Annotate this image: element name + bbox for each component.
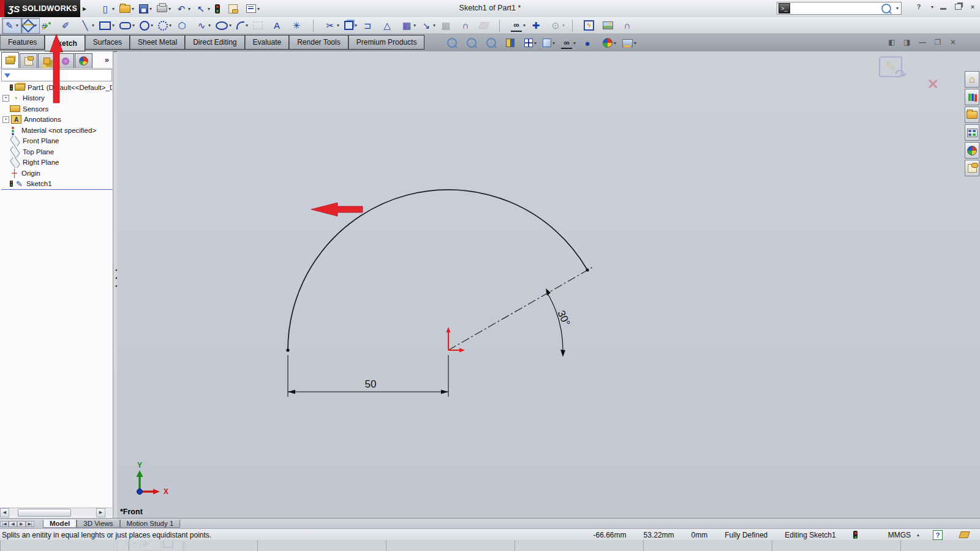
tree-item[interactable]: ┼ Origin bbox=[1, 168, 112, 179]
close-button[interactable]: × bbox=[968, 2, 978, 11]
solidworks-resources-button[interactable]: ⌂ bbox=[965, 71, 979, 88]
previous-view-button[interactable] bbox=[485, 38, 502, 48]
text-button[interactable]: A bbox=[270, 18, 289, 34]
view-orientation-button[interactable]: ▾ bbox=[523, 39, 539, 47]
separator[interactable] bbox=[495, 18, 509, 34]
dimxpertmanager-tab[interactable] bbox=[56, 53, 74, 68]
command-tab[interactable]: Evaluate bbox=[245, 35, 290, 50]
corner-rectangle-button[interactable]: ▾ bbox=[97, 18, 118, 34]
minimize-button[interactable] bbox=[938, 2, 948, 11]
tree-item-label[interactable]: Material <not specified> bbox=[21, 127, 96, 134]
expand-toggle[interactable] bbox=[2, 138, 8, 144]
panel-scrollbar[interactable]: ◀ ▶ bbox=[0, 508, 112, 517]
scroll-right-button[interactable]: ▶ bbox=[96, 508, 105, 517]
search-box[interactable]: >_ ▾ bbox=[777, 2, 902, 15]
circle-button[interactable]: ▾ bbox=[138, 18, 156, 34]
sketch-fillet-button[interactable]: ▾ bbox=[235, 18, 251, 34]
segment-button[interactable]: # bbox=[40, 18, 58, 34]
tree-item-label[interactable]: History bbox=[23, 94, 45, 102]
rapid-sketch-button[interactable]: ϟ bbox=[582, 18, 601, 34]
mirror-entities-button[interactable]: △ bbox=[380, 18, 399, 34]
edit-appearance-button[interactable]: ▾ bbox=[601, 38, 619, 48]
document-tab[interactable]: 3D Views bbox=[77, 520, 119, 528]
repair-sketch-button[interactable]: ✚ bbox=[529, 18, 548, 34]
configurationmanager-tab[interactable] bbox=[38, 53, 56, 68]
restore-doc-button[interactable]: ❐ bbox=[933, 38, 943, 47]
options-button[interactable]: ▾ bbox=[244, 1, 263, 16]
arc-tool2-button[interactable]: ∩ bbox=[620, 18, 639, 34]
offset-entities-button[interactable]: ⊐ bbox=[360, 18, 380, 34]
restore-button[interactable] bbox=[953, 2, 963, 11]
zoom-to-area-button[interactable] bbox=[466, 38, 483, 48]
expand-toggle[interactable]: + bbox=[2, 116, 9, 123]
tree-item-label[interactable]: Annotations bbox=[24, 116, 61, 123]
tree-item-label[interactable]: Front Plane bbox=[23, 137, 59, 144]
undo-button[interactable]: ↶ ▾ bbox=[174, 1, 194, 16]
separator[interactable] bbox=[309, 18, 323, 34]
expand-toggle[interactable] bbox=[2, 149, 8, 154]
tree-item[interactable]: ✎ Sketch1 bbox=[1, 179, 112, 190]
help-dropdown[interactable]: ▾ bbox=[930, 4, 935, 10]
trim-entities-button[interactable]: ✂ ▾ bbox=[323, 18, 342, 34]
spline-button[interactable]: ∿ ▾ bbox=[194, 18, 214, 34]
tree-item[interactable]: Material <not specified> bbox=[1, 125, 112, 136]
search-dropdown[interactable]: ▾ bbox=[895, 6, 900, 11]
section-view-button[interactable] bbox=[505, 39, 521, 47]
tree-item[interactable]: + ◔ History bbox=[1, 93, 112, 104]
document-tab[interactable]: Model bbox=[43, 520, 77, 528]
unit-system[interactable]: MMGS bbox=[888, 531, 911, 539]
open-button[interactable]: ▾ bbox=[118, 1, 137, 16]
tree-item-label[interactable]: Sketch1 bbox=[26, 180, 52, 187]
displaymanager-tab[interactable] bbox=[75, 53, 92, 68]
angle-dimension-text[interactable]: 30° bbox=[555, 309, 572, 328]
expand-toggle[interactable] bbox=[2, 84, 8, 90]
document-tab[interactable]: Motion Study 1 bbox=[120, 520, 181, 528]
line-button[interactable]: ╲ ▾ bbox=[78, 18, 97, 34]
point-button[interactable]: ✳ bbox=[289, 18, 309, 34]
display-delete-relations-button[interactable]: ∞ ▾ bbox=[509, 18, 529, 34]
scroll-left-button[interactable]: ◀ bbox=[0, 508, 9, 517]
selection-box-button[interactable] bbox=[251, 18, 270, 34]
arc-endpoint-left[interactable] bbox=[286, 348, 289, 351]
command-tab[interactable]: Render Tools bbox=[289, 35, 349, 50]
tree-filter[interactable] bbox=[1, 69, 112, 81]
arc-tool-button[interactable]: ∩ bbox=[458, 18, 478, 34]
shadows-button[interactable]: ● bbox=[581, 37, 599, 48]
featuremanager-tab[interactable] bbox=[1, 52, 19, 68]
command-tab[interactable]: Sketch bbox=[45, 35, 85, 51]
propertymanager-tab[interactable] bbox=[20, 53, 37, 68]
scroll-thumb[interactable] bbox=[18, 509, 71, 517]
sketch-arc[interactable] bbox=[288, 190, 587, 350]
command-tab[interactable]: Direct Editing bbox=[185, 35, 244, 50]
help-icon[interactable]: ? bbox=[914, 2, 924, 11]
perimeter-circle-button[interactable]: ▾ bbox=[156, 18, 175, 34]
tree-item-label[interactable]: Origin bbox=[21, 170, 40, 177]
tree-item[interactable]: + A Annotations bbox=[1, 114, 112, 126]
tree-item[interactable]: Right Plane bbox=[1, 157, 112, 168]
plane-tool-button[interactable] bbox=[478, 18, 495, 34]
expand-toggle[interactable] bbox=[2, 160, 8, 165]
graphics-viewport[interactable]: 30° 50 Y X ✎ ↷ × ▾ ▾ ✎ ╲▾ # bbox=[117, 51, 980, 518]
search-input[interactable] bbox=[792, 4, 881, 13]
straight-slot-button[interactable]: ▾ bbox=[118, 18, 138, 34]
new-document-button[interactable]: ▯ ▾ bbox=[98, 1, 118, 16]
search-commands-icon[interactable]: >_ bbox=[778, 3, 790, 13]
appearances-button[interactable] bbox=[965, 142, 979, 159]
quick-tips-icon[interactable]: ? bbox=[933, 530, 943, 540]
cancel-sketch-icon[interactable]: × bbox=[927, 73, 938, 94]
expand-toggle[interactable] bbox=[2, 181, 8, 187]
panel-overflow-chevron[interactable]: » bbox=[105, 55, 109, 64]
sketch-button[interactable]: ✎ ▾ bbox=[2, 18, 21, 34]
tile-right-button[interactable]: ◨ bbox=[902, 38, 912, 47]
expand-toggle[interactable] bbox=[2, 127, 8, 133]
display-style-button[interactable]: ▾ bbox=[541, 39, 557, 47]
view-palette-button[interactable] bbox=[965, 124, 979, 141]
search-icon[interactable] bbox=[881, 4, 891, 13]
tag-icon[interactable] bbox=[959, 531, 970, 538]
unit-system-dropdown[interactable]: ▴ bbox=[916, 532, 921, 538]
command-tab[interactable]: Sheet Metal bbox=[130, 35, 185, 50]
select-button[interactable]: ↖ ▾ bbox=[194, 1, 213, 16]
tree-item[interactable]: Top Plane bbox=[1, 146, 112, 157]
hide-show-items-button[interactable]: ∞ ▾ bbox=[560, 37, 578, 49]
separator[interactable] bbox=[568, 18, 582, 34]
